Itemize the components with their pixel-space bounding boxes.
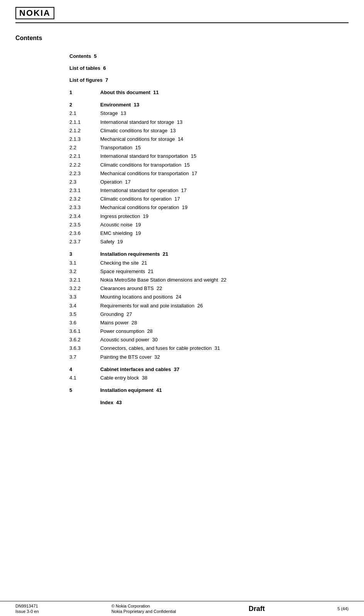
toc-item-3-6-2: 3.6.2 Acoustic sound power 30	[69, 336, 349, 343]
toc-label-3: Installation requirements 21	[100, 251, 349, 258]
toc-label-3-6: Mains power 28	[100, 319, 349, 326]
toc-label-2-3-3: Mechanical conditions for operation 19	[100, 204, 349, 211]
toc-item-2-1: 2.1 Storage 13	[69, 110, 349, 117]
toc-label-3-4: Requirements for wall and pole installat…	[100, 302, 349, 309]
toc-label-3-7: Painting the BTS cover 32	[100, 354, 349, 361]
toc-num-3-6-2: 3.6.2	[69, 336, 100, 343]
toc-num-3-3: 3.3	[69, 294, 100, 300]
toc-item-2-3-1: 2.3.1 International standard for operati…	[69, 187, 349, 194]
toc-num-2-1-1: 2.1.1	[69, 119, 100, 126]
toc-label-3-3: Mounting locations and positions 24	[100, 294, 349, 300]
toc-num-3-2-2: 3.2.2	[69, 285, 100, 292]
toc-item-3: 3 Installation requirements 21	[69, 251, 349, 258]
toc-num-3-2-1: 3.2.1	[69, 277, 100, 284]
toc-label-2: Environment 13	[100, 101, 349, 108]
toc-label-3-6-3: Connectors, cables, and fuses for cable …	[100, 345, 349, 352]
toc-num-2-3-6: 2.3.6	[69, 230, 100, 237]
toc-label-3-2: Space requirements 21	[100, 268, 349, 275]
toc-num-3-7: 3.7	[69, 354, 100, 361]
toc-label-3-1: Checking the site 21	[100, 260, 349, 267]
footer-doc-number: DN9913471	[15, 604, 39, 608]
toc-label-4-1: Cable entry block 38	[100, 375, 349, 381]
toc-num-2-1: 2.1	[69, 110, 100, 117]
toc-num-3-2: 3.2	[69, 268, 100, 275]
toc-contents-entry: Contents 5	[69, 53, 349, 59]
toc-label-3-2-2: Clearances around BTS 22	[100, 285, 349, 292]
toc-num-2-3-1: 2.3.1	[69, 187, 100, 194]
toc-figures-entry: List of figures 7	[69, 77, 349, 83]
toc-num-2-1-2: 2.1.2	[69, 127, 100, 134]
toc-label-2-1: Storage 13	[100, 110, 349, 117]
toc-label-5: Installation equipment 41	[100, 387, 349, 394]
toc-num-2-3: 2.3	[69, 179, 100, 186]
toc-item-3-5: 3.5 Grounding 27	[69, 311, 349, 318]
toc-num-3: 3	[69, 251, 100, 258]
section-1: 1 About this document 11	[69, 89, 349, 96]
toc-label-2-3-4: Ingress protection 19	[100, 213, 349, 220]
toc-item-2-3-5: 2.3.5 Acoustic noise 19	[69, 221, 349, 228]
toc-num-2-1-3: 2.1.3	[69, 136, 100, 143]
toc-label-2-2: Transportation 15	[100, 144, 349, 151]
toc-item-1: 1 About this document 11	[69, 89, 349, 96]
toc-item-2-3-6: 2.3.6 EMC shielding 19	[69, 230, 349, 237]
footer-issue: Issue 3-0 en	[15, 609, 39, 614]
toc-num-5: 5	[69, 387, 100, 394]
toc-item-2-1-1: 2.1.1 International standard for storage…	[69, 119, 349, 126]
toc-num-2-3-5: 2.3.5	[69, 221, 100, 228]
toc-num-3-6-3: 3.6.3	[69, 345, 100, 352]
nokia-logo: NOKIA	[15, 7, 54, 19]
toc-label-2-2-2: Climatic conditions for transportation 1…	[100, 162, 349, 169]
toc-contents-label: Contents 5	[69, 53, 97, 59]
toc-item-2-2-1: 2.2.1 International standard for transpo…	[69, 153, 349, 160]
toc-item-3-2-1: 3.2.1 Nokia MetroSite Base Station dimen…	[69, 277, 349, 284]
toc-label-2-3-7: Safety 19	[100, 238, 349, 245]
footer-proprietary: Nokia Proprietary and Confidential	[111, 609, 176, 614]
toc-item-4: 4 Cabinet interfaces and cables 37	[69, 366, 349, 373]
toc-label-3-6-1: Power consumption 28	[100, 328, 349, 335]
toc-num-2-2-2: 2.2.2	[69, 162, 100, 169]
toc-item-2-3-7: 2.3.7 Safety 19	[69, 238, 349, 245]
toc-item-2-3-4: 2.3.4 Ingress protection 19	[69, 213, 349, 220]
footer-draft-label: Draft	[249, 605, 265, 613]
toc-label-3-6-2: Acoustic sound power 30	[100, 336, 349, 343]
toc-label-2-3-1: International standard for operation 17	[100, 187, 349, 194]
section-3: 3 Installation requirements 21 3.1 Check…	[69, 251, 349, 360]
section-2: 2 Environment 13 2.1 Storage 13 2.1.1 In…	[69, 101, 349, 245]
toc-num-2-2-3: 2.2.3	[69, 170, 100, 177]
toc-item-3-2-2: 3.2.2 Clearances around BTS 22	[69, 285, 349, 292]
main-content: Contents Contents 5 List of tables 6 Lis…	[0, 23, 364, 433]
toc-figures-label: List of figures 7	[69, 77, 108, 83]
header: NOKIA	[0, 0, 364, 19]
toc-label-3-2-1: Nokia MetroSite Base Station dimensions …	[100, 277, 349, 284]
toc-num-index	[69, 399, 100, 406]
toc-label-2-2-3: Mechanical conditions for transportation…	[100, 170, 349, 177]
toc-label-2-3: Operation 17	[100, 179, 349, 186]
toc-item-2-2-2: 2.2.2 Climatic conditions for transporta…	[69, 162, 349, 169]
footer-copyright: © Nokia Corporation	[111, 604, 176, 608]
toc-label-index: Index 43	[100, 399, 349, 406]
toc-item-3-3: 3.3 Mounting locations and positions 24	[69, 294, 349, 300]
toc-num-2-3-3: 2.3.3	[69, 204, 100, 211]
toc-item-3-4: 3.4 Requirements for wall and pole insta…	[69, 302, 349, 309]
toc-label-1: About this document 11	[100, 89, 349, 96]
toc-num-4: 4	[69, 366, 100, 373]
toc-label-2-2-1: International standard for transportatio…	[100, 153, 349, 160]
toc-item-3-6: 3.6 Mains power 28	[69, 319, 349, 326]
toc-tables-entry: List of tables 6	[69, 65, 349, 71]
section-index: Index 43	[69, 399, 349, 406]
toc-num-3-5: 3.5	[69, 311, 100, 318]
footer-left: DN9913471 Issue 3-0 en	[15, 604, 39, 614]
toc-item-4-1: 4.1 Cable entry block 38	[69, 375, 349, 381]
toc-num-2-3-2: 2.3.2	[69, 196, 100, 203]
toc-item-2-3-3: 2.3.3 Mechanical conditions for operatio…	[69, 204, 349, 211]
toc-item-2-2-3: 2.2.3 Mechanical conditions for transpor…	[69, 170, 349, 177]
toc-num-1: 1	[69, 89, 100, 96]
toc-label-2-3-6: EMC shielding 19	[100, 230, 349, 237]
toc-item-3-7: 3.7 Painting the BTS cover 32	[69, 354, 349, 361]
footer-center-left: © Nokia Corporation Nokia Proprietary an…	[111, 604, 176, 614]
page-title: Contents	[15, 35, 349, 42]
toc-item-3-6-1: 3.6.1 Power consumption 28	[69, 328, 349, 335]
toc-label-2-1-3: Mechanical conditions for storage 14	[100, 136, 349, 143]
toc-num-2-3-7: 2.3.7	[69, 238, 100, 245]
toc-num-3-6: 3.6	[69, 319, 100, 326]
